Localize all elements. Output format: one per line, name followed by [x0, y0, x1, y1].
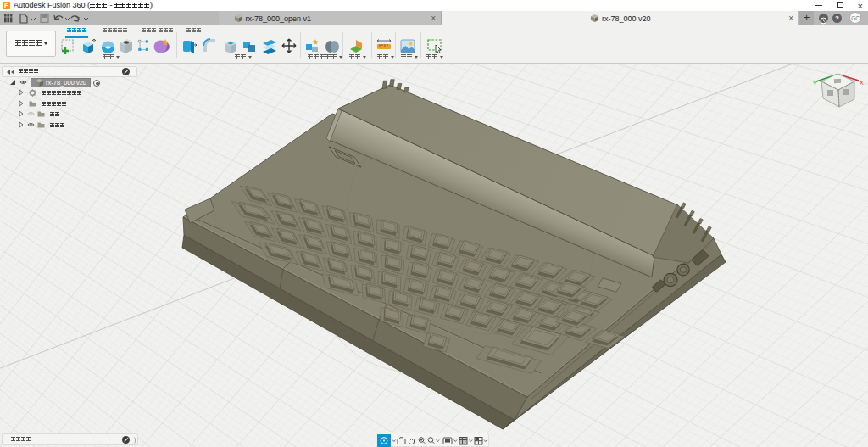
svg-text:X: X: [860, 80, 864, 86]
svg-text:Y: Y: [813, 81, 817, 87]
